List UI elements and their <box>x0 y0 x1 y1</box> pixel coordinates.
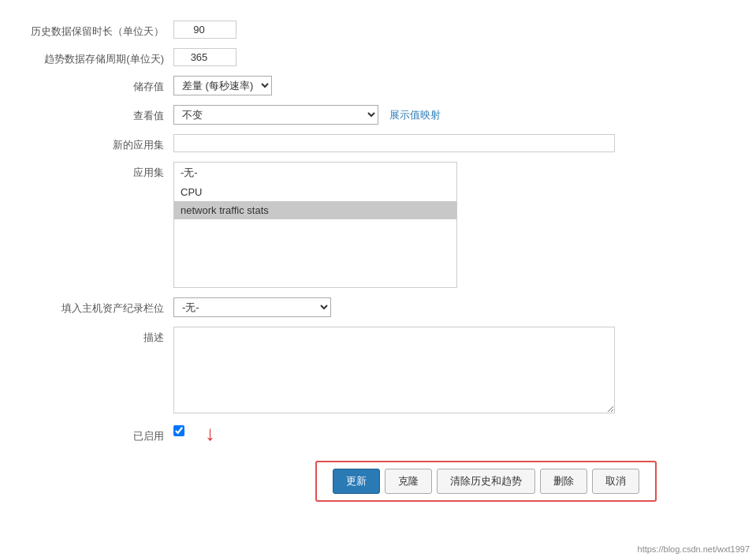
desc-textarea[interactable] <box>173 327 615 413</box>
clear-history-button[interactable]: 清除历史和趋势 <box>437 469 535 494</box>
red-arrow: ↓ <box>205 423 215 443</box>
host-asset-select[interactable]: -无- <box>173 297 331 317</box>
new-appset-input[interactable] <box>173 134 615 152</box>
trend-storage-input[interactable] <box>173 48 236 66</box>
enabled-label: 已启用 <box>16 425 173 443</box>
storage-value-label: 储存值 <box>16 76 173 94</box>
host-asset-label: 填入主机资产纪录栏位 <box>16 297 173 316</box>
action-button-row: 更新 克隆 清除历史和趋势 删除 取消 <box>315 461 657 502</box>
view-value-mapping-link[interactable]: 展示值映射 <box>389 108 441 122</box>
enabled-checkbox[interactable] <box>173 425 184 436</box>
trend-storage-label: 趋势数据存储周期(单位天) <box>16 48 173 66</box>
clone-button[interactable]: 克隆 <box>385 469 432 494</box>
desc-label: 描述 <box>16 327 173 345</box>
list-item[interactable]: network traffic stats <box>174 201 456 219</box>
history-retention-label: 历史数据保留时长（单位天） <box>16 21 173 39</box>
view-value-select[interactable]: 不变 布尔值 <box>173 105 378 125</box>
new-appset-label: 新的应用集 <box>16 134 173 152</box>
update-button[interactable]: 更新 <box>333 469 380 494</box>
view-value-label: 查看值 <box>16 105 173 123</box>
cancel-button[interactable]: 取消 <box>592 469 639 494</box>
storage-value-select[interactable]: 差量 (每秒速率) 不变 简单变化 <box>173 76 272 95</box>
delete-button[interactable]: 删除 <box>540 469 587 494</box>
watermark: https://blog.csdn.net/wxt1997 <box>638 544 750 554</box>
appset-listbox[interactable]: -无- CPU network traffic stats <box>173 162 457 288</box>
list-item[interactable]: -无- <box>174 163 456 183</box>
history-retention-input[interactable] <box>173 21 236 39</box>
appset-label: 应用集 <box>16 162 173 180</box>
list-item[interactable]: CPU <box>174 183 456 201</box>
